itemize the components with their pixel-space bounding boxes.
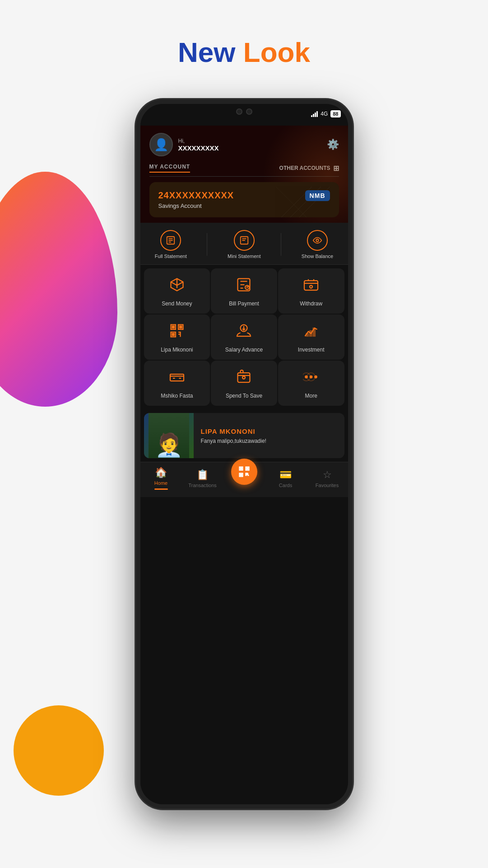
promo-banner[interactable]: 🧑‍💼 LIPA MKONONI Fanya malipo,tukuzawadi… <box>144 413 344 458</box>
svg-rect-28 <box>238 373 250 382</box>
banner-image: 🧑‍💼 <box>144 413 194 458</box>
avatar[interactable]: 👤 <box>149 133 173 156</box>
page-title: New Look <box>178 36 310 68</box>
svg-rect-26 <box>170 374 184 381</box>
full-statement-label: Full Statement <box>155 253 187 259</box>
phone-cameras <box>236 108 252 115</box>
svg-point-11 <box>316 239 319 242</box>
banner-title: LIPA MKONONI <box>201 427 266 435</box>
divider-2 <box>281 233 281 256</box>
greeting-block: Hi, XXXXXXXXX <box>178 138 219 152</box>
service-spend-to-save[interactable]: Spend To Save <box>211 361 277 406</box>
banner-text-area: LIPA MKONONI Fanya malipo,tukuzawadie! <box>194 421 274 450</box>
more-icon <box>303 369 319 388</box>
investment-icon <box>303 323 319 342</box>
mini-statement-label: Mini Statement <box>228 253 260 259</box>
lipa-mkononi-icon <box>169 323 185 342</box>
service-investment[interactable]: Investment <box>278 314 344 360</box>
send-money-label: Send Money <box>162 300 192 307</box>
nav-favourites[interactable]: ☆ Favourites <box>307 469 348 488</box>
transactions-icon: 📋 <box>196 469 209 481</box>
withdraw-icon <box>303 277 319 296</box>
mshiko-fasta-icon <box>169 369 185 388</box>
service-withdraw[interactable]: Withdraw <box>278 268 344 314</box>
svg-rect-21 <box>172 333 174 336</box>
username-text: XXXXXXXXX <box>178 144 219 152</box>
bottom-nav: 🏠 Home 📋 Transactions <box>140 462 348 497</box>
mini-statement-icon <box>234 230 255 251</box>
nav-transactions[interactable]: 📋 Transactions <box>182 469 223 488</box>
show-balance-icon <box>307 230 328 251</box>
status-bar: 4G 88 <box>311 110 340 117</box>
quick-action-mini-statement[interactable]: Mini Statement <box>228 230 260 259</box>
phone-frame: 4G 88 👤 Hi, XXXXXXXXX ⚙️ <box>136 99 353 809</box>
nav-home[interactable]: 🏠 Home <box>140 467 182 490</box>
services-grid: Send Money Bill Payment <box>140 265 348 409</box>
svg-rect-40 <box>240 474 241 475</box>
quick-action-show-balance[interactable]: Show Balance <box>302 230 333 259</box>
title-new: New <box>178 37 235 68</box>
home-icon: 🏠 <box>155 467 167 479</box>
qr-btn-wrap <box>223 472 265 485</box>
banner-subtitle: Fanya malipo,tukuzawadie! <box>201 438 266 444</box>
svg-rect-19 <box>172 326 174 328</box>
mshiko-fasta-label: Mshiko Fasta <box>161 393 193 399</box>
camera-left <box>236 108 242 115</box>
svg-rect-24 <box>310 331 312 336</box>
profile-left: 👤 Hi, XXXXXXXXX <box>149 133 219 156</box>
more-label: More <box>305 393 317 399</box>
spend-to-save-icon <box>236 369 252 388</box>
account-card[interactable]: 24XXXXXXXXXX Savings Account NMB <box>149 182 339 217</box>
nav-home-label: Home <box>154 480 167 486</box>
service-more[interactable]: More <box>278 361 344 406</box>
nav-home-active-bar <box>154 488 168 490</box>
service-lipa-mkononi[interactable]: Lipa Mkononi <box>144 314 210 360</box>
svg-rect-23 <box>307 333 309 336</box>
full-statement-icon <box>160 230 181 251</box>
show-balance-label: Show Balance <box>302 253 333 259</box>
tab-my-account[interactable]: MY ACCOUNT <box>149 164 191 173</box>
bill-payment-label: Bill Payment <box>229 300 259 307</box>
quick-action-full-statement[interactable]: Full Statement <box>155 230 187 259</box>
nav-favourites-label: Favourites <box>316 483 339 488</box>
salary-advance-icon <box>236 323 252 342</box>
quick-actions-row: Full Statement Mini Statement <box>140 223 348 265</box>
lipa-mkononi-label: Lipa Mkononi <box>161 347 193 353</box>
divider-1 <box>207 233 207 256</box>
svg-rect-39 <box>246 468 247 469</box>
svg-point-15 <box>310 286 312 288</box>
salary-advance-label: Salary Advance <box>225 347 263 353</box>
svg-rect-20 <box>180 326 182 328</box>
avatar-icon: 👤 <box>154 138 168 152</box>
title-look: Look <box>243 37 310 68</box>
service-salary-advance[interactable]: Salary Advance <box>211 314 277 360</box>
nmb-logo: NMB <box>305 190 330 201</box>
withdraw-label: Withdraw <box>300 300 322 307</box>
greeting-text: Hi, <box>178 138 219 144</box>
favourites-icon: ☆ <box>323 469 332 481</box>
nav-cards[interactable]: 💳 Cards <box>265 469 307 488</box>
phone-screen: 👤 Hi, XXXXXXXXX ⚙️ MY ACCOUNT OTHER ACCO… <box>140 126 348 804</box>
cards-icon: 💳 <box>279 469 292 481</box>
service-bill-payment[interactable]: Bill Payment <box>211 268 277 314</box>
service-mshiko-fasta[interactable]: Mshiko Fasta <box>144 361 210 406</box>
bill-payment-icon <box>236 277 252 296</box>
bg-blob-orange <box>0 172 117 407</box>
bg-blob-yellow <box>14 705 104 796</box>
camera-right <box>246 108 252 115</box>
banner-person: 🧑‍💼 <box>149 413 189 458</box>
qr-button[interactable] <box>231 459 257 485</box>
svg-point-29 <box>242 376 245 379</box>
svg-rect-38 <box>240 468 241 469</box>
signal-icon <box>311 111 318 117</box>
spend-to-save-label: Spend To Save <box>226 393 262 399</box>
service-send-money[interactable]: Send Money <box>144 268 210 314</box>
svg-rect-25 <box>313 328 316 336</box>
phone-top-bar: 4G 88 <box>140 104 348 126</box>
screen-header: 👤 Hi, XXXXXXXXX ⚙️ MY ACCOUNT OTHER ACCO… <box>140 126 348 223</box>
battery-indicator: 88 <box>330 110 340 117</box>
nav-cards-label: Cards <box>279 483 292 488</box>
send-money-icon <box>169 277 185 296</box>
nav-transactions-label: Transactions <box>188 483 217 488</box>
signal-type-label: 4G <box>321 111 328 117</box>
